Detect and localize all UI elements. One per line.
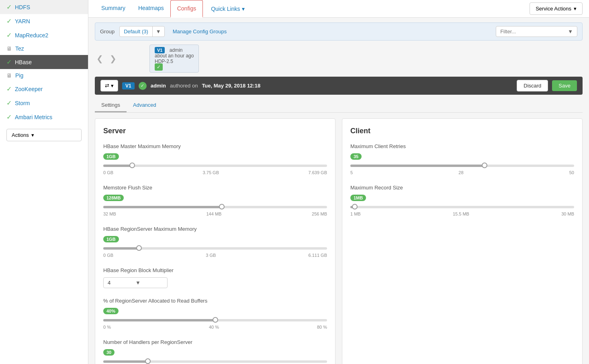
quick-links-arrow: ▾ [242,6,245,12]
version-badge: V1 [155,47,165,53]
group-bar: Group Default (3) ▼ Manage Config Groups… [95,22,583,41]
slider-track-read-buffers-pct[interactable] [103,319,327,321]
slider-track-max-record-size[interactable] [350,206,574,208]
slider-thumb-handlers-per-regionserver[interactable] [145,358,151,364]
sidebar-label-ambari-metrics: Ambari Metrics [15,114,52,120]
version-check-icon: ✓ [155,63,163,71]
server-panel: Server HBase Master Maximum Memory 1GB 0… [95,118,335,364]
filter-dropdown-arrow[interactable]: ▼ [568,28,573,35]
monitor-icon: 🖥 [6,45,12,52]
shuffle-button[interactable]: ⇄ ▾ [100,80,118,92]
slider-value-read-buffers-pct: 40% [103,308,119,314]
widget-memstore-flush-size: Memstore Flush Size 128MB 32 MB 144 MB 2… [103,185,327,216]
slider-thumb-hbase-master-max-mem[interactable] [129,163,135,168]
region-block-multiplier-dropdown[interactable]: 4 ▼ [103,277,168,288]
sidebar-item-ambari-metrics[interactable]: ✓ Ambari Metrics [0,110,88,124]
check-icon: ✓ [6,113,12,121]
caret-icon: ▾ [31,132,34,138]
widget-label-handlers-per-regionserver: Number of Handlers per RegionServer [103,339,327,345]
sidebar-label-zookeeper: ZooKeeper [15,86,43,92]
sidebar-item-storm[interactable]: ✓ Storm [0,96,88,110]
slider-thumb-max-client-retries[interactable] [482,163,487,168]
widget-handlers-per-regionserver: Number of Handlers per RegionServer 30 5… [103,339,327,364]
check-icon: ✓ [6,99,12,107]
quick-links-label: Quick Links [211,6,240,12]
nav-left-arrow[interactable]: ❮ [95,54,105,63]
sidebar-item-zookeeper[interactable]: ✓ ZooKeeper [0,82,88,96]
widget-label-hbase-region-max-mem: HBase RegionServer Maximum Memory [103,226,327,232]
group-dropdown-arrow: ▼ [152,26,164,37]
filter-input[interactable] [500,28,564,35]
slider-thumb-max-record-size[interactable] [352,204,358,209]
tab-summary[interactable]: Summary [95,0,132,17]
service-actions-label: Service Actions [536,6,571,12]
slider-thumb-read-buffers-pct[interactable] [213,317,218,323]
sidebar-item-hbase[interactable]: ✓ HBase [0,55,88,69]
quick-links-dropdown[interactable]: Quick Links ▾ [211,6,244,12]
slider-fill-hbase-region-max-mem [103,247,139,250]
slider-thumb-memstore-flush-size[interactable] [219,204,225,209]
slider-track-max-client-retries[interactable] [350,165,574,167]
slider-labels-max-client-retries: 5 28 50 [350,170,574,175]
slider-track-hbase-region-max-mem[interactable] [103,247,327,250]
slider-track-hbase-master-max-mem[interactable] [103,165,327,167]
top-nav: Summary Heatmaps Configs Quick Links ▾ S… [88,0,589,18]
sidebar-item-tez[interactable]: 🖥 Tez [0,42,88,55]
sidebar-label-storm: Storm [15,100,30,106]
slider-labels-hbase-master-max-mem: 0 GB 3.75 GB 7.639 GB [103,170,327,175]
slider-fill-max-client-retries [350,165,485,167]
version-area: ❮ ❯ V1 admin about an hour ago HDP-2.5 ✓ [95,45,583,73]
slider-track-handlers-per-regionserver[interactable] [103,360,327,363]
sidebar-item-mapreduce2[interactable]: ✓ MapReduce2 [0,28,88,42]
version-nav: ❮ ❯ V1 admin about an hour ago HDP-2.5 ✓ [95,45,583,73]
slider-fill-handlers-per-regionserver [103,360,148,363]
sidebar-item-pig[interactable]: 🖥 Pig [0,69,88,82]
check-icon: ✓ [6,85,12,93]
check-icon: ✓ [6,3,12,11]
check-icon: ✓ [6,31,12,39]
tab-settings[interactable]: Settings [95,99,127,112]
widget-label-max-record-size: Maximum Record Size [350,185,574,191]
widget-label-memstore-flush-size: Memstore Flush Size [103,185,327,191]
slider-fill-memstore-flush-size [103,206,222,208]
actions-label: Actions [12,132,29,138]
slider-thumb-hbase-region-max-mem[interactable] [136,245,142,251]
config-area: Group Default (3) ▼ Manage Config Groups… [88,18,589,364]
tab-advanced[interactable]: Advanced [127,99,163,112]
widget-hbase-master-max-mem: HBase Master Maximum Memory 1GB 0 GB 3.7… [103,143,327,175]
tab-configs[interactable]: Configs [170,0,203,18]
settings-advanced-tabs: Settings Advanced [95,99,583,113]
shuffle-arrow: ▾ [111,83,114,89]
nav-right-arrow[interactable]: ❯ [108,54,118,63]
version-tooltip: V1 admin about an hour ago HDP-2.5 ✓ [149,45,199,73]
service-actions-arrow: ▾ [574,6,577,12]
discard-button[interactable]: Discard [517,80,548,92]
sidebar-item-hdfs[interactable]: ✓ HDFS [0,0,88,14]
widget-read-buffers-pct: % of RegionServer Allocated to Read Buff… [103,298,327,329]
widget-label-read-buffers-pct: % of RegionServer Allocated to Read Buff… [103,298,327,304]
sidebar-item-yarn[interactable]: ✓ YARN [0,14,88,28]
service-actions-button[interactable]: Service Actions ▾ [530,2,583,15]
actions-button[interactable]: Actions ▾ [6,129,82,141]
save-button[interactable]: Save [552,80,577,91]
slider-fill-hbase-master-max-mem [103,165,132,167]
sidebar-label-hdfs: HDFS [15,4,30,10]
slider-labels-max-record-size: 1 MB 15.5 MB 30 MB [350,211,574,216]
shuffle-icon: ⇄ [105,83,109,89]
active-version-bar: ⇄ ▾ V1 ✓ admin authored on Tue, May 29, … [95,77,583,95]
check-icon: ✓ [6,17,12,25]
widget-label-max-client-retries: Maximum Client Retries [350,143,574,149]
client-panel-title: Client [350,127,574,135]
active-version-badge: V1 [122,82,135,89]
client-panel: Client Maximum Client Retries 35 5 28 50 [342,118,583,364]
group-label: Group [100,28,115,35]
manage-config-groups-link[interactable]: Manage Config Groups [173,28,227,35]
slider-value-max-record-size: 1MB [350,195,366,201]
group-dropdown[interactable]: Default (3) ▼ [119,26,165,37]
tab-heatmaps[interactable]: Heatmaps [132,0,170,17]
slider-value-max-client-retries: 35 [350,153,362,160]
widget-max-client-retries: Maximum Client Retries 35 5 28 50 [350,143,574,175]
slider-value-hbase-master-max-mem: 1GB [103,153,119,160]
sidebar-label-mapreduce2: MapReduce2 [15,32,48,39]
slider-track-memstore-flush-size[interactable] [103,206,327,208]
